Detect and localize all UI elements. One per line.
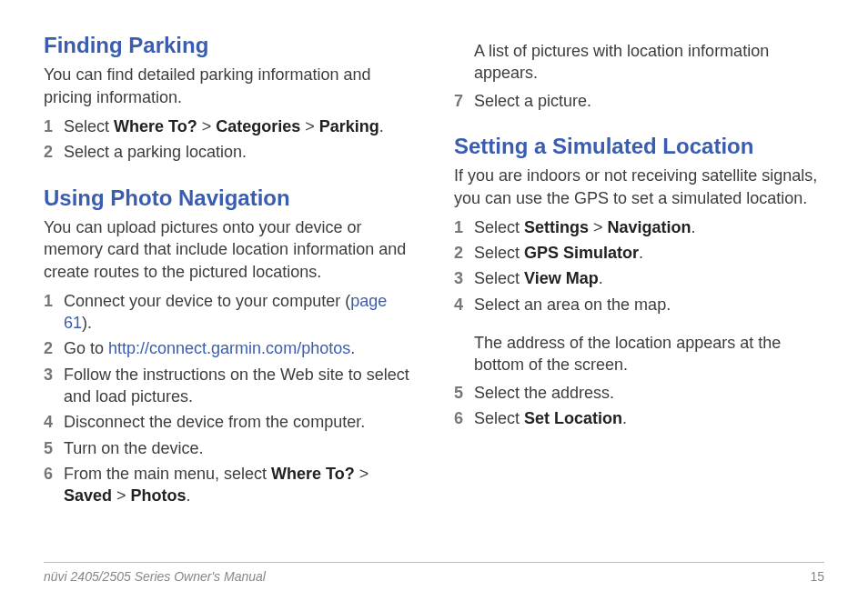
step-number: 2: [454, 242, 474, 264]
bold-where-to: Where To?: [114, 117, 197, 135]
text: >: [589, 218, 608, 236]
left-column: Finding Parking You can find detailed pa…: [44, 31, 414, 511]
text: From the main menu, select: [64, 465, 271, 483]
text: .: [379, 117, 384, 135]
pn-step-3: 3 Follow the instructions on the Web sit…: [44, 364, 414, 408]
pn-step-6: 6 From the main menu, select Where To? >…: [44, 463, 414, 507]
text: Go to: [64, 339, 108, 357]
bold-set-location: Set Location: [524, 409, 622, 427]
text: .: [187, 486, 191, 505]
text: .: [622, 409, 627, 427]
step-number: 7: [454, 90, 474, 112]
link-garmin-photos[interactable]: http://connect.garmin.com/photos: [108, 339, 350, 357]
step-body: From the main menu, select Where To? > S…: [64, 463, 414, 507]
sl-step-6: 6 Select Set Location.: [454, 407, 824, 429]
step-body: Select a parking location.: [64, 141, 414, 163]
bold-navigation: Navigation: [608, 218, 691, 236]
step-number: 3: [44, 364, 64, 386]
step-body: Select an area on the map.: [474, 294, 824, 316]
text: Select: [474, 244, 524, 262]
pn-step-5: 5 Turn on the device.: [44, 437, 414, 459]
right-column: A list of pictures with location informa…: [454, 31, 824, 511]
intro-finding-parking: You can find detailed parking informatio…: [44, 64, 414, 108]
heading-photo-navigation: Using Photo Navigation: [44, 184, 414, 213]
fp-step-1: 1 Select Where To? > Categories > Parkin…: [44, 115, 414, 137]
step-body: Select Set Location.: [474, 407, 824, 429]
bold-saved: Saved: [64, 486, 112, 505]
fp-step-2: 2 Select a parking location.: [44, 141, 414, 163]
step-body: Turn on the device.: [64, 437, 414, 459]
pn-step-4: 4 Disconnect the device from the compute…: [44, 411, 414, 433]
page-footer: nüvi 2405/2505 Series Owner's Manual 15: [44, 562, 824, 586]
step-body: Go to http://connect.garmin.com/photos.: [64, 337, 414, 359]
step-number: 6: [44, 463, 64, 485]
step-number: 1: [44, 115, 64, 137]
text: ).: [82, 314, 92, 332]
pn-step-2: 2 Go to http://connect.garmin.com/photos…: [44, 337, 414, 359]
pn-continuation-text: A list of pictures with location informa…: [474, 40, 824, 85]
two-column-layout: Finding Parking You can find detailed pa…: [44, 31, 824, 511]
sl-step-4: 4 Select an area on the map.: [454, 294, 824, 316]
text: >: [112, 486, 131, 505]
step-number: 4: [454, 294, 474, 316]
bold-gps-simulator: GPS Simulator: [524, 244, 639, 262]
bold-parking: Parking: [319, 117, 379, 135]
bold-categories: Categories: [216, 117, 300, 135]
step-number: 2: [44, 141, 64, 163]
bold-photos: Photos: [131, 486, 187, 505]
text: .: [350, 339, 355, 357]
pn-step-7: 7 Select a picture.: [454, 90, 824, 112]
sl-step-1: 1 Select Settings > Navigation.: [454, 216, 824, 238]
step-body: Connect your device to your computer (pa…: [64, 290, 414, 335]
step-body: Select the address.: [474, 382, 824, 404]
text: Connect your device to your computer (: [64, 292, 350, 310]
intro-simulated-location: If you are indoors or not receiving sate…: [454, 165, 824, 209]
step-number: 4: [44, 411, 64, 433]
step-number: 5: [454, 382, 474, 404]
text: >: [300, 117, 319, 135]
step-body: Follow the instructions on the Web site …: [64, 364, 414, 408]
sl-after-step4: The address of the location appears at t…: [474, 332, 824, 376]
sl-step-3: 3 Select View Map.: [454, 267, 824, 289]
sl-step-2: 2 Select GPS Simulator.: [454, 242, 824, 264]
step-body: Select GPS Simulator.: [474, 242, 824, 264]
step-number: 6: [454, 407, 474, 429]
bold-view-map: View Map: [524, 269, 599, 287]
text: Select: [474, 269, 524, 287]
step-body: Select Where To? > Categories > Parking.: [64, 115, 414, 137]
step-number: 5: [44, 437, 64, 459]
step-body: Select a picture.: [474, 90, 824, 112]
text: .: [639, 244, 643, 262]
page-number: 15: [810, 568, 824, 586]
pn-step-1: 1 Connect your device to your computer (…: [44, 290, 414, 335]
sl-step-5: 5 Select the address.: [454, 382, 824, 404]
bold-where-to: Where To?: [271, 465, 355, 483]
heading-simulated-location: Setting a Simulated Location: [454, 132, 824, 161]
step-body: Select Settings > Navigation.: [474, 216, 824, 238]
heading-finding-parking: Finding Parking: [44, 31, 414, 60]
step-number: 3: [454, 267, 474, 289]
bold-settings: Settings: [524, 218, 589, 236]
step-number: 1: [454, 216, 474, 238]
step-number: 1: [44, 290, 64, 312]
manual-page: Finding Parking You can find detailed pa…: [0, 0, 868, 611]
step-number: 2: [44, 337, 64, 359]
intro-photo-navigation: You can upload pictures onto your device…: [44, 216, 414, 283]
footer-title: nüvi 2405/2505 Series Owner's Manual: [44, 568, 266, 586]
text: .: [691, 218, 696, 236]
text: >: [355, 465, 369, 483]
text: .: [599, 269, 603, 287]
step-body: Select View Map.: [474, 267, 824, 289]
text: >: [197, 117, 217, 135]
text: Select: [64, 117, 114, 135]
text: Select: [474, 409, 524, 427]
text: Select: [474, 218, 524, 236]
step-body: Disconnect the device from the computer.: [64, 411, 414, 433]
